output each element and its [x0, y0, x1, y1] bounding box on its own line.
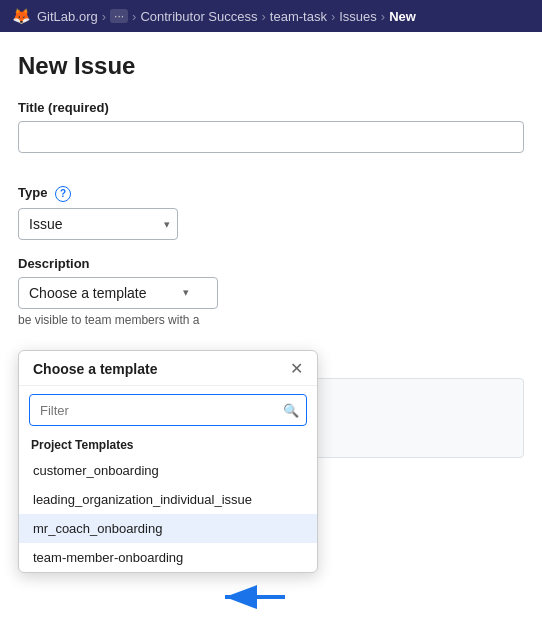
breadcrumb-current: New	[389, 9, 416, 24]
title-field-row: Title (required)	[18, 100, 524, 169]
template-list: customer_onboarding leading_organization…	[19, 456, 317, 572]
type-select-wrapper: Issue Incident ▾	[18, 208, 178, 240]
bottom-area: be visible to team members with a	[18, 311, 524, 327]
breadcrumb-sep-5: ›	[381, 9, 385, 24]
breadcrumb-sep-2: ›	[132, 9, 136, 24]
type-field-row: Type ? Issue Incident ▾	[18, 185, 524, 240]
project-templates-label: Project Templates	[19, 434, 317, 456]
popup-header: Choose a template ✕	[19, 351, 317, 386]
choose-template-button[interactable]: Choose a template ▾	[18, 277, 218, 309]
breadcrumb-sep-4: ›	[331, 9, 335, 24]
title-input[interactable]	[18, 121, 524, 153]
breadcrumb-issues[interactable]: Issues	[339, 9, 377, 24]
title-field-label: Title (required)	[18, 100, 524, 115]
topbar: 🦊 GitLab.org › ··· › Contributor Success…	[0, 0, 542, 32]
template-popup: Choose a template ✕ 🔍 Project Templates …	[18, 350, 318, 573]
type-label: Type ?	[18, 185, 524, 202]
bottom-text: be visible to team members with a	[18, 313, 199, 327]
type-select[interactable]: Issue Incident	[18, 208, 178, 240]
breadcrumb-sep-1: ›	[102, 9, 106, 24]
choose-template-wrapper: Choose a template ▾	[18, 277, 218, 309]
breadcrumb-sep-3: ›	[261, 9, 265, 24]
template-item-leading-org[interactable]: leading_organization_individual_issue	[19, 485, 317, 514]
description-field-row: Description Choose a template ▾	[18, 256, 524, 309]
breadcrumb-dots[interactable]: ···	[110, 9, 128, 23]
type-help-icon[interactable]: ?	[55, 186, 71, 202]
popup-close-button[interactable]: ✕	[290, 361, 303, 377]
arrow-indicator	[220, 582, 290, 615]
breadcrumb-team-task[interactable]: team-task	[270, 9, 327, 24]
gitlab-fox-icon: 🦊	[12, 7, 31, 25]
template-item-team-member[interactable]: team-member-onboarding	[19, 543, 317, 572]
page-title: New Issue	[18, 52, 524, 80]
filter-input[interactable]	[29, 394, 307, 426]
page-content: New Issue Title (required) Type ? Issue …	[0, 32, 542, 335]
breadcrumb-contributor[interactable]: Contributor Success	[140, 9, 257, 24]
description-label: Description	[18, 256, 524, 271]
template-item-mr-coach[interactable]: mr_coach_onboarding	[19, 514, 317, 543]
breadcrumb: GitLab.org › ··· › Contributor Success ›…	[37, 9, 416, 24]
popup-title: Choose a template	[33, 361, 157, 377]
template-item-customer-onboarding[interactable]: customer_onboarding	[19, 456, 317, 485]
choose-template-chevron-icon: ▾	[183, 286, 189, 299]
breadcrumb-org[interactable]: GitLab.org	[37, 9, 98, 24]
choose-template-label: Choose a template	[29, 285, 147, 301]
filter-wrapper: 🔍	[19, 386, 317, 434]
